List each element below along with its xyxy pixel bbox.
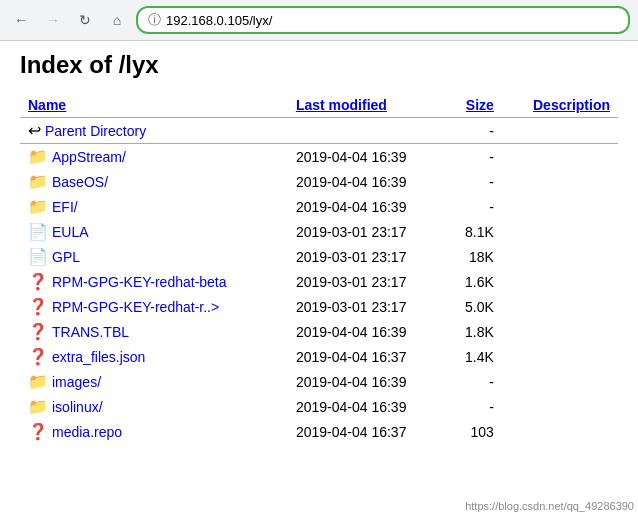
col-modified-header[interactable]: Last modified — [288, 93, 446, 118]
name-cell: ❓RPM-GPG-KEY-redhat-r..> — [20, 294, 288, 319]
modified-cell: 2019-03-01 23:17 — [288, 244, 446, 269]
entry-link[interactable]: BaseOS/ — [52, 174, 108, 190]
size-cell: - — [446, 194, 502, 219]
home-button[interactable]: ⌂ — [104, 7, 130, 33]
entry-link[interactable]: TRANS.TBL — [52, 324, 129, 340]
entry-link[interactable]: RPM-GPG-KEY-redhat-beta — [52, 274, 227, 290]
file-unknown-icon: ❓ — [28, 422, 48, 441]
forward-button[interactable]: → — [40, 7, 66, 33]
name-cell: ❓TRANS.TBL — [20, 319, 288, 344]
size-cell: 1.8K — [446, 319, 502, 344]
entry-link[interactable]: GPL — [52, 249, 80, 265]
browser-toolbar: ← → ↻ ⌂ ⓘ 192.168.0.105/lyx/ — [0, 0, 638, 41]
desc-cell — [502, 144, 618, 169]
modified-cell: 2019-04-04 16:39 — [288, 144, 446, 169]
desc-cell — [502, 118, 618, 144]
modified-cell: 2019-04-04 16:37 — [288, 419, 446, 444]
name-cell: 📁isolinux/ — [20, 394, 288, 419]
folder-icon: 📁 — [28, 172, 48, 191]
file-unknown-icon: ❓ — [28, 347, 48, 366]
desc-cell — [502, 394, 618, 419]
modified-cell: 2019-03-01 23:17 — [288, 269, 446, 294]
modified-cell: 2019-04-04 16:39 — [288, 194, 446, 219]
page-title: Index of /lyx — [20, 51, 618, 79]
file-icon: 📄 — [28, 222, 48, 241]
modified-cell — [288, 118, 446, 144]
desc-cell — [502, 194, 618, 219]
size-cell: 18K — [446, 244, 502, 269]
directory-table: Name Last modified Size Description ↩Par… — [20, 93, 618, 444]
col-name-link[interactable]: Name — [28, 97, 66, 113]
modified-cell: 2019-04-04 16:39 — [288, 169, 446, 194]
entry-link[interactable]: media.repo — [52, 424, 122, 440]
desc-cell — [502, 219, 618, 244]
table-header-row: Name Last modified Size Description — [20, 93, 618, 118]
entry-link[interactable]: RPM-GPG-KEY-redhat-r..> — [52, 299, 219, 315]
table-row: 📄EULA2019-03-01 23:178.1K — [20, 219, 618, 244]
entry-link[interactable]: images/ — [52, 374, 101, 390]
entry-link[interactable]: AppStream/ — [52, 149, 126, 165]
desc-cell — [502, 244, 618, 269]
entry-link[interactable]: isolinux/ — [52, 399, 103, 415]
table-row: 📁isolinux/2019-04-04 16:39- — [20, 394, 618, 419]
col-desc-header: Description — [502, 93, 618, 118]
table-row: 📁AppStream/2019-04-04 16:39- — [20, 144, 618, 169]
desc-cell — [502, 269, 618, 294]
modified-cell: 2019-03-01 23:17 — [288, 219, 446, 244]
table-row: 📁BaseOS/2019-04-04 16:39- — [20, 169, 618, 194]
table-row: ❓RPM-GPG-KEY-redhat-r..>2019-03-01 23:17… — [20, 294, 618, 319]
file-unknown-icon: ❓ — [28, 272, 48, 291]
col-size-link[interactable]: Size — [466, 97, 494, 113]
table-row: ❓extra_files.json2019-04-04 16:371.4K — [20, 344, 618, 369]
table-row: ❓media.repo2019-04-04 16:37103 — [20, 419, 618, 444]
folder-icon: 📁 — [28, 197, 48, 216]
size-cell: - — [446, 144, 502, 169]
name-cell: 📁BaseOS/ — [20, 169, 288, 194]
size-cell: - — [446, 118, 502, 144]
name-cell: 📁images/ — [20, 369, 288, 394]
col-desc-label: Description — [533, 97, 610, 113]
modified-cell: 2019-04-04 16:39 — [288, 319, 446, 344]
desc-cell — [502, 369, 618, 394]
col-size-header[interactable]: Size — [446, 93, 502, 118]
modified-cell: 2019-04-04 16:37 — [288, 344, 446, 369]
size-cell: 1.6K — [446, 269, 502, 294]
name-cell: 📄EULA — [20, 219, 288, 244]
name-cell: 📄GPL — [20, 244, 288, 269]
entry-link[interactable]: EFI/ — [52, 199, 78, 215]
entry-link[interactable]: extra_files.json — [52, 349, 145, 365]
address-text: 192.168.0.105/lyx/ — [166, 13, 272, 28]
desc-cell — [502, 294, 618, 319]
name-cell: ↩Parent Directory — [20, 118, 288, 144]
page-content: Index of /lyx Name Last modified Size De… — [0, 41, 638, 454]
modified-cell: 2019-04-04 16:39 — [288, 394, 446, 419]
table-row: ❓TRANS.TBL2019-04-04 16:391.8K — [20, 319, 618, 344]
entry-link[interactable]: EULA — [52, 224, 89, 240]
name-cell: ❓RPM-GPG-KEY-redhat-beta — [20, 269, 288, 294]
entry-link[interactable]: Parent Directory — [45, 123, 146, 139]
modified-cell: 2019-03-01 23:17 — [288, 294, 446, 319]
desc-cell — [502, 344, 618, 369]
address-bar[interactable]: ⓘ 192.168.0.105/lyx/ — [136, 6, 630, 34]
desc-cell — [502, 419, 618, 444]
size-cell: 8.1K — [446, 219, 502, 244]
size-cell: 5.0K — [446, 294, 502, 319]
file-icon: 📄 — [28, 247, 48, 266]
table-row: ↩Parent Directory- — [20, 118, 618, 144]
modified-cell: 2019-04-04 16:39 — [288, 369, 446, 394]
desc-cell — [502, 319, 618, 344]
file-unknown-icon: ❓ — [28, 322, 48, 341]
folder-icon: 📁 — [28, 372, 48, 391]
reload-button[interactable]: ↻ — [72, 7, 98, 33]
col-name-header[interactable]: Name — [20, 93, 288, 118]
size-cell: - — [446, 394, 502, 419]
size-cell: 103 — [446, 419, 502, 444]
table-row: 📁images/2019-04-04 16:39- — [20, 369, 618, 394]
size-cell: - — [446, 169, 502, 194]
size-cell: 1.4K — [446, 344, 502, 369]
file-unknown-icon: ❓ — [28, 297, 48, 316]
table-row: ❓RPM-GPG-KEY-redhat-beta2019-03-01 23:17… — [20, 269, 618, 294]
table-row: 📄GPL2019-03-01 23:1718K — [20, 244, 618, 269]
back-button[interactable]: ← — [8, 7, 34, 33]
col-modified-link[interactable]: Last modified — [296, 97, 387, 113]
